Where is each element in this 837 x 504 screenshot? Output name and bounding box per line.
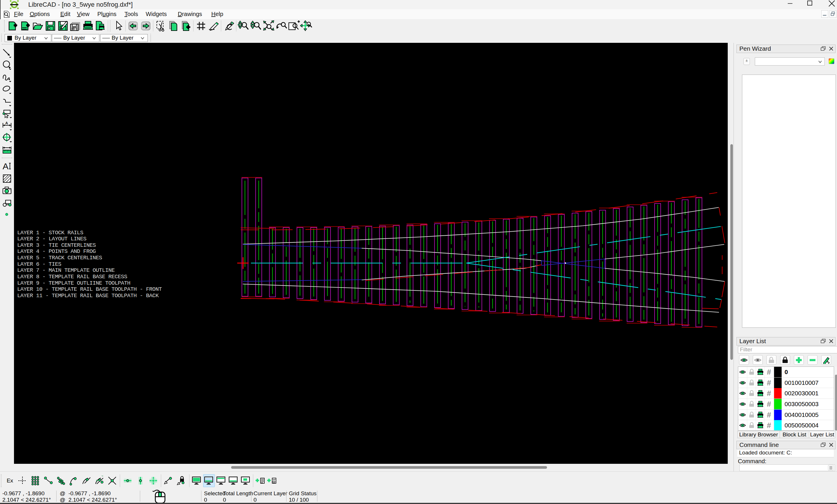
svg-text:A: A bbox=[5, 121, 8, 125]
svg-text:A: A bbox=[3, 161, 8, 171]
